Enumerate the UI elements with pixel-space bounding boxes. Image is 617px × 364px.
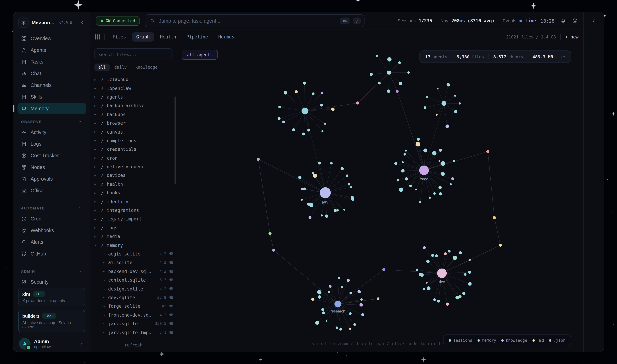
columns-layout-icon[interactable] — [95, 34, 100, 39]
graph-satellite-node[interactable] — [329, 285, 332, 288]
graph-satellite-node[interactable] — [426, 96, 428, 98]
graph-hub-research[interactable] — [334, 301, 341, 308]
graph-satellite-node[interactable] — [397, 179, 399, 182]
graph-hub-forge[interactable] — [419, 166, 429, 175]
tree-folder--openclaw[interactable]: ▸/.openclaw — [94, 84, 173, 93]
tree-folder--clawhub[interactable]: ▸/.clawhub — [94, 75, 173, 84]
graph-satellite-node[interactable] — [432, 151, 436, 156]
graph-satellite-node[interactable] — [315, 321, 319, 325]
tree-file-design-sqlite[interactable]: ~design.sqlite4.2 MB — [94, 285, 173, 293]
graph-satellite-node[interactable] — [453, 160, 455, 162]
filter-chip-daily[interactable]: daily — [110, 64, 130, 71]
graph-satellite-node[interactable] — [277, 117, 281, 120]
graph-satellite-node[interactable] — [436, 114, 438, 116]
graph-satellite-node[interactable] — [301, 188, 303, 190]
refresh-button[interactable]: refresh — [90, 338, 177, 352]
graph-satellite-node[interactable] — [349, 292, 352, 294]
tab-graph[interactable]: Graph — [132, 32, 154, 41]
sidebar-item-chat[interactable]: Chat — [17, 68, 86, 79]
graph-satellite-node[interactable] — [404, 153, 406, 156]
graph-satellite-node[interactable] — [433, 192, 436, 195]
sidebar-item-tasks[interactable]: Tasks — [17, 56, 86, 68]
graph-satellite-node[interactable] — [339, 328, 342, 331]
graph-loose-node[interactable] — [257, 158, 260, 161]
graph-satellite-node[interactable] — [361, 313, 364, 316]
graph-loose-node[interactable] — [396, 90, 399, 93]
tree-file-ai-sqlite[interactable]: ~ai.sqlite4.2 MB — [94, 258, 173, 267]
sidebar-item-approvals[interactable]: Approvals — [17, 173, 86, 185]
graph-satellite-node[interactable] — [376, 55, 378, 57]
global-search-input[interactable] — [159, 18, 337, 24]
graph-hub-cluster-6[interactable] — [441, 101, 446, 106]
graph-satellite-node[interactable] — [331, 107, 335, 111]
tree-folder-backup-archive[interactable]: ▸/backup-archive — [94, 101, 173, 110]
graph-satellite-node[interactable] — [360, 299, 363, 301]
agent-graph[interactable]: jarvforgedevresearch — [177, 44, 583, 352]
tree-folder-logs[interactable]: ▸/logs — [94, 223, 173, 232]
global-search[interactable]: ⌘K / — [145, 14, 365, 27]
section-label-observe[interactable]: OBSERVE — [17, 114, 86, 126]
tab-pipeline[interactable]: Pipeline — [182, 32, 212, 41]
tree-folder-delivery-queue[interactable]: ▸/delivery-queue — [94, 162, 173, 171]
tree-folder-cron[interactable]: ▸/cron — [94, 154, 173, 162]
graph-satellite-node[interactable] — [394, 162, 397, 165]
graph-satellite-node[interactable] — [399, 188, 403, 192]
graph-satellite-node[interactable] — [309, 216, 311, 219]
graph-satellite-node[interactable] — [312, 92, 315, 95]
graph-satellite-node[interactable] — [419, 201, 421, 203]
graph-satellite-node[interactable] — [295, 90, 298, 93]
graph-satellite-node[interactable] — [348, 183, 350, 186]
graph-hub-dev[interactable] — [437, 269, 447, 278]
tree-folder-canvas[interactable]: ▸/canvas — [94, 128, 173, 136]
graph-satellite-node[interactable] — [336, 326, 338, 329]
graph-satellite-node[interactable] — [307, 129, 310, 131]
tab-hermes[interactable]: Hermes — [214, 32, 239, 41]
sidebar-item-webhooks[interactable]: Webhooks — [17, 225, 86, 236]
graph-loose-node[interactable] — [493, 216, 496, 219]
graph-satellite-node[interactable] — [423, 149, 427, 153]
graph-satellite-node[interactable] — [446, 83, 450, 87]
sidebar-item-github[interactable]: GitHub — [17, 248, 86, 260]
tree-folder-memory-expanded[interactable]: ▾/memory — [94, 241, 173, 250]
tree-file-forge-sqlite[interactable]: ~forge.sqlite43 MB — [94, 302, 173, 311]
sidebar-item-memory[interactable]: Memory — [17, 103, 86, 114]
tree-folder-media[interactable]: ▸/media — [94, 232, 173, 241]
graph-satellite-node[interactable] — [313, 174, 317, 178]
graph-hub-cluster-5[interactable] — [387, 71, 391, 75]
section-label-admin[interactable]: ADMIN — [17, 264, 86, 276]
tree-file-backend-dev-sql-[interactable]: ~backend-dev.sql…4.2 MB — [94, 267, 173, 276]
graph-satellite-node[interactable] — [437, 88, 438, 90]
graph-loose-node[interactable] — [377, 297, 380, 300]
graph-satellite-node[interactable] — [321, 308, 325, 311]
graph-satellite-node[interactable] — [433, 299, 436, 301]
graph-satellite-node[interactable] — [321, 92, 323, 94]
graph-satellite-node[interactable] — [330, 162, 333, 164]
gateway-status-badge[interactable]: GW Connected — [96, 16, 140, 26]
graph-satellite-node[interactable] — [321, 214, 323, 217]
graph-satellite-node[interactable] — [423, 288, 425, 290]
graph-satellite-node[interactable] — [424, 106, 426, 109]
sidebar-item-activity[interactable]: Activity — [17, 126, 86, 138]
graph-satellite-node[interactable] — [416, 142, 420, 146]
tree-folder-completions[interactable]: ▸/completions — [94, 136, 173, 145]
tree-file-aegis-sqlite[interactable]: ~aegis.sqlite4.2 MB — [94, 250, 173, 259]
tree-folder-health[interactable]: ▸/health — [94, 180, 173, 189]
graph-satellite-node[interactable] — [426, 260, 430, 263]
graph-satellite-node[interactable] — [427, 286, 431, 290]
graph-satellite-node[interactable] — [431, 254, 434, 257]
graph-satellite-node[interactable] — [423, 246, 426, 249]
scrollbar-thumb[interactable] — [174, 96, 176, 184]
graph-satellite-node[interactable] — [398, 61, 401, 64]
graph-satellite-node[interactable] — [426, 282, 428, 284]
collapse-panel-chevron-left[interactable] — [591, 18, 597, 24]
graph-satellite-node[interactable] — [469, 259, 471, 261]
tree-folder-identity[interactable]: ▸/identity — [94, 197, 173, 206]
graph-satellite-node[interactable] — [439, 192, 442, 195]
agents-filter-chip[interactable]: all agents — [182, 50, 218, 60]
graph-satellite-node[interactable] — [312, 172, 314, 174]
graph-satellite-node[interactable] — [303, 81, 306, 85]
graph-satellite-node[interactable] — [370, 73, 373, 76]
sidebar-item-security[interactable]: Security — [17, 276, 86, 288]
graph-satellite-node[interactable] — [444, 252, 447, 255]
graph-satellite-node[interactable] — [320, 104, 323, 107]
